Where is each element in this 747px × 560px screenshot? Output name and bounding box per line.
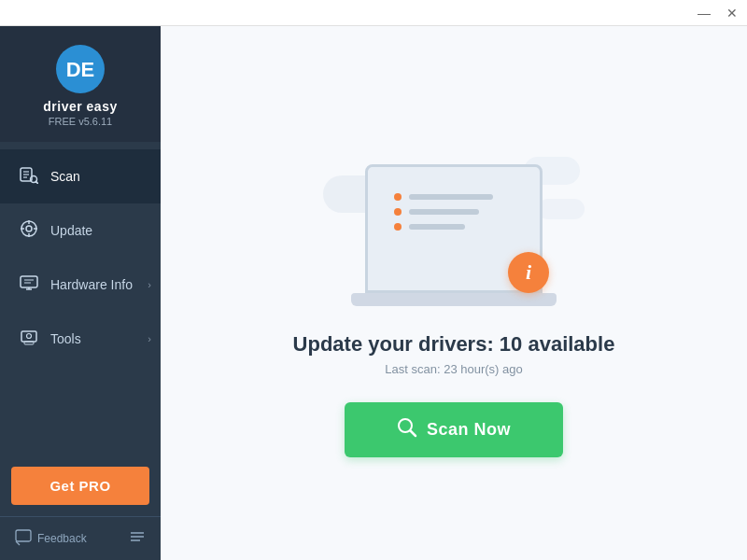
logo-version: FREE v5.6.11 xyxy=(49,116,112,127)
sidebar-logo: DE driver easy FREE v5.6.11 xyxy=(0,26,161,142)
sidebar-item-hardware-info[interactable]: Hardware Info › xyxy=(0,258,161,312)
sidebar: DE driver easy FREE v5.6.11 Scan xyxy=(0,26,161,560)
update-icon xyxy=(19,219,39,243)
screen-row-1 xyxy=(394,193,493,201)
illustration: i xyxy=(323,129,585,306)
scan-now-button[interactable]: Scan Now xyxy=(345,402,563,457)
sidebar-nav: Scan Update xyxy=(0,142,161,455)
scan-icon xyxy=(19,165,39,189)
svg-rect-20 xyxy=(24,342,34,344)
close-button[interactable]: ✕ xyxy=(725,6,740,21)
hardware-info-chevron-icon: › xyxy=(148,279,151,290)
screen-lines xyxy=(394,193,493,231)
screen-dot-2 xyxy=(394,208,402,216)
laptop-base xyxy=(351,293,557,306)
sidebar-item-scan-label: Scan xyxy=(50,169,80,184)
sidebar-item-tools[interactable]: Tools › xyxy=(0,312,161,366)
screen-dot-3 xyxy=(394,223,402,231)
svg-rect-22 xyxy=(16,530,31,541)
screen-line-2 xyxy=(409,209,479,215)
sidebar-item-update-label: Update xyxy=(50,223,92,238)
feedback-button[interactable]: Feedback xyxy=(15,529,87,549)
svg-rect-14 xyxy=(21,276,37,287)
screen-dot-1 xyxy=(394,193,402,201)
screen-line-3 xyxy=(409,224,465,230)
tools-chevron-icon: › xyxy=(148,333,151,344)
hardware-info-icon xyxy=(19,273,39,297)
sidebar-item-tools-label: Tools xyxy=(50,331,81,346)
minimize-button[interactable]: — xyxy=(697,6,712,21)
info-badge: i xyxy=(508,252,549,293)
cloud-decoration-right2 xyxy=(538,199,585,219)
sidebar-item-scan[interactable]: Scan xyxy=(0,149,161,203)
screen-row-3 xyxy=(394,223,493,231)
scan-now-label: Scan Now xyxy=(427,420,511,440)
tools-icon xyxy=(19,328,39,351)
last-scan-info: Last scan: 23 hour(s) ago xyxy=(385,362,522,376)
svg-point-9 xyxy=(26,226,32,231)
logo-title: driver easy xyxy=(43,99,117,114)
svg-text:DE: DE xyxy=(66,58,95,81)
main-title: Update your drivers: 10 available xyxy=(293,332,615,357)
scan-now-icon xyxy=(397,417,417,442)
app-logo-icon: DE xyxy=(56,45,105,93)
list-icon[interactable] xyxy=(129,528,146,549)
svg-point-21 xyxy=(27,333,32,338)
svg-line-4 xyxy=(36,181,38,183)
feedback-icon xyxy=(15,529,32,549)
get-pro-button[interactable]: Get PRO xyxy=(11,467,149,505)
app-container: DE driver easy FREE v5.6.11 Scan xyxy=(0,26,747,560)
main-content: i Update your drivers: 10 available Last… xyxy=(161,26,747,560)
titlebar: — ✕ xyxy=(0,0,747,26)
sidebar-item-hardware-info-label: Hardware Info xyxy=(50,277,133,292)
sidebar-item-update[interactable]: Update xyxy=(0,203,161,258)
screen-row-2 xyxy=(394,208,493,216)
svg-rect-19 xyxy=(21,331,36,342)
screen-line-1 xyxy=(409,194,493,200)
sidebar-bottom: Get PRO xyxy=(0,455,161,516)
svg-line-28 xyxy=(410,431,416,437)
sidebar-footer: Feedback xyxy=(0,516,161,560)
feedback-label: Feedback xyxy=(37,532,87,545)
